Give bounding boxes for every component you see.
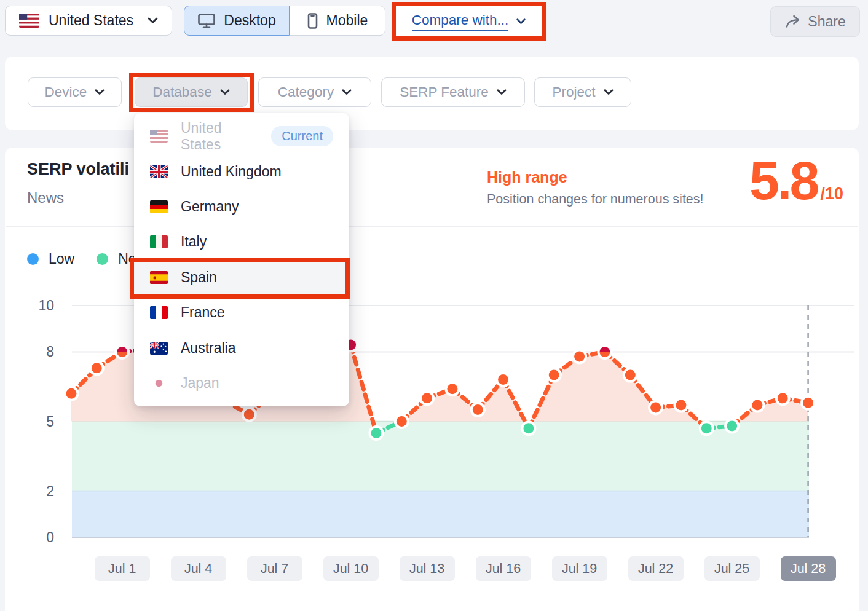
compare-with-link[interactable]: Compare with... — [412, 12, 509, 31]
chart-legend: Low Nor — [27, 251, 141, 267]
normal-legend-dot-icon — [97, 253, 108, 265]
desktop-icon — [197, 12, 216, 30]
legend-item-low: Low — [27, 251, 74, 267]
x-axis-label-jul-25[interactable]: Jul 25 — [704, 556, 760, 581]
filter-project-button[interactable]: Project — [534, 77, 631, 107]
filter-device-label: Device — [45, 84, 87, 100]
mobile-label: Mobile — [326, 12, 368, 29]
es-flag-icon — [150, 271, 168, 284]
low-legend-dot-icon — [27, 253, 39, 265]
device-toggle-mobile[interactable]: Mobile — [290, 6, 385, 36]
page-title: SERP volatili — [27, 160, 129, 179]
chevron-down-icon — [220, 89, 230, 95]
semrush-sensor-page: { "topbar": { "country_selector": {"labe… — [0, 0, 868, 611]
dropdown-item-spain[interactable]: Spain — [134, 260, 349, 295]
desktop-label: Desktop — [224, 12, 275, 29]
filter-device-button[interactable]: Device — [28, 77, 122, 107]
volatility-status-label: High range — [487, 168, 567, 186]
share-arrow-icon — [784, 14, 800, 29]
chevron-down-icon — [342, 89, 352, 95]
score-value: 5.8 — [749, 150, 817, 211]
country-selector[interactable]: United States — [5, 6, 172, 36]
x-axis-label-jul-4[interactable]: Jul 4 — [171, 556, 226, 581]
annotation-box-compare-with: Compare with... — [392, 2, 546, 41]
volatility-score: 5.8/10 — [749, 154, 843, 208]
filter-serp-feature-button[interactable]: SERP Feature — [381, 77, 525, 107]
filter-serp-feature-label: SERP Feature — [400, 84, 489, 100]
dropdown-item-label: Australia — [181, 340, 235, 357]
dropdown-item-united-kingdom[interactable]: United Kingdom — [134, 154, 349, 189]
current-badge: Current — [271, 126, 333, 146]
x-axis-label-jul-13[interactable]: Jul 13 — [400, 556, 455, 581]
dropdown-item-label: France — [181, 304, 225, 321]
fr-flag-icon — [150, 306, 168, 319]
dropdown-item-italy[interactable]: Italy — [134, 224, 349, 259]
x-axis-label-jul-7[interactable]: Jul 7 — [247, 556, 302, 581]
share-button[interactable]: Share — [770, 6, 860, 37]
chevron-down-icon — [497, 89, 507, 95]
chevron-down-icon — [148, 17, 158, 24]
serp-volatility-card — [5, 148, 859, 611]
gb-flag-icon — [150, 165, 168, 178]
jp-flag-icon — [150, 377, 168, 390]
dropdown-item-united-states: United StatesCurrent — [134, 119, 349, 154]
database-dropdown-menu: United StatesCurrentUnited KingdomGerman… — [134, 113, 349, 406]
dropdown-item-label: Japan — [181, 375, 219, 392]
score-max: /10 — [820, 184, 843, 203]
dropdown-item-japan: Japan — [134, 366, 349, 401]
dropdown-item-label: Spain — [181, 269, 217, 286]
filter-database-button[interactable]: Database — [135, 77, 248, 107]
filter-category-button[interactable]: Category — [258, 77, 371, 107]
dropdown-item-label: Italy — [181, 234, 207, 250]
x-axis-label-jul-1[interactable]: Jul 1 — [95, 556, 150, 581]
dropdown-item-label: United Kingdom — [181, 164, 282, 180]
filter-project-label: Project — [552, 84, 595, 100]
it-flag-icon — [150, 235, 168, 248]
mobile-icon — [307, 12, 318, 30]
legend-low-label: Low — [49, 251, 74, 267]
filter-category-label: Category — [278, 84, 334, 100]
us-flag-icon — [19, 14, 39, 28]
category-subtitle: News — [27, 189, 64, 207]
share-label: Share — [808, 14, 845, 30]
chevron-down-icon — [95, 89, 105, 95]
dropdown-item-label: Germany — [181, 199, 239, 215]
chevron-down-icon — [604, 89, 614, 95]
de-flag-icon — [150, 200, 168, 213]
volatility-status-description: Position changes for numerous sites! — [487, 192, 704, 207]
x-axis-label-jul-16[interactable]: Jul 16 — [476, 556, 531, 581]
x-axis-label-jul-10[interactable]: Jul 10 — [323, 556, 379, 581]
country-selector-label: United States — [49, 12, 138, 29]
chevron-down-icon[interactable] — [516, 18, 526, 25]
dropdown-item-australia[interactable]: Australia — [134, 330, 349, 365]
au-flag-icon — [150, 342, 168, 355]
us-flag-icon — [150, 130, 168, 143]
device-toggle-desktop[interactable]: Desktop — [184, 6, 290, 36]
x-axis-label-jul-22[interactable]: Jul 22 — [628, 556, 684, 581]
filter-database-label: Database — [152, 84, 211, 100]
dropdown-item-france[interactable]: France — [134, 295, 349, 330]
dropdown-item-label: United States — [181, 120, 258, 153]
x-axis-label-jul-19[interactable]: Jul 19 — [552, 556, 607, 581]
dropdown-item-germany[interactable]: Germany — [134, 189, 349, 224]
x-axis-label-jul-28[interactable]: Jul 28 — [781, 556, 836, 581]
